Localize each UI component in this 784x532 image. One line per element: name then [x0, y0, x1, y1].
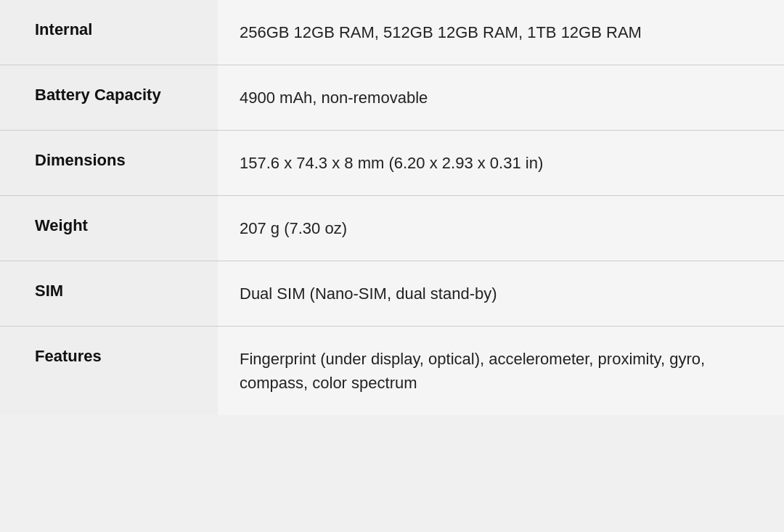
- spec-label-battery-capacity: Battery Capacity: [0, 65, 218, 131]
- table-row-sim: SIMDual SIM (Nano-SIM, dual stand-by): [0, 261, 784, 327]
- table-row-weight: Weight207 g (7.30 oz): [0, 196, 784, 261]
- spec-value-battery-capacity: 4900 mAh, non-removable: [218, 65, 784, 131]
- spec-value-dimensions: 157.6 x 74.3 x 8 mm (6.20 x 2.93 x 0.31 …: [218, 131, 784, 196]
- spec-value-sim: Dual SIM (Nano-SIM, dual stand-by): [218, 261, 784, 327]
- spec-value-features: Fingerprint (under display, optical), ac…: [218, 327, 784, 416]
- table-row-battery-capacity: Battery Capacity4900 mAh, non-removable: [0, 65, 784, 131]
- spec-label-features: Features: [0, 327, 218, 416]
- spec-label-dimensions: Dimensions: [0, 131, 218, 196]
- spec-value-internal: 256GB 12GB RAM, 512GB 12GB RAM, 1TB 12GB…: [218, 0, 784, 65]
- spec-value-weight: 207 g (7.30 oz): [218, 196, 784, 261]
- table-row-features: FeaturesFingerprint (under display, opti…: [0, 327, 784, 416]
- table-row-internal: Internal256GB 12GB RAM, 512GB 12GB RAM, …: [0, 0, 784, 65]
- spec-label-weight: Weight: [0, 196, 218, 261]
- spec-label-internal: Internal: [0, 0, 218, 65]
- spec-label-sim: SIM: [0, 261, 218, 327]
- specs-table: Internal256GB 12GB RAM, 512GB 12GB RAM, …: [0, 0, 784, 415]
- table-row-dimensions: Dimensions157.6 x 74.3 x 8 mm (6.20 x 2.…: [0, 131, 784, 196]
